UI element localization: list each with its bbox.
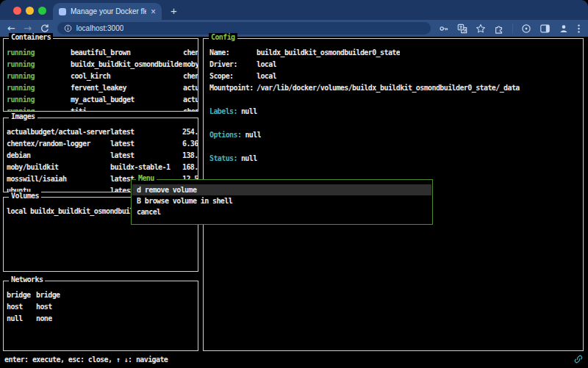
config-field: Mountpoint:/var/lib/docker/volumes/build… — [209, 82, 583, 94]
image-size: 168.13MB — [182, 162, 198, 173]
config-field-value: /var/lib/docker/volumes/buildx_buildkit_… — [257, 82, 520, 94]
container-name: titi — [71, 106, 183, 111]
config-field: Labels:null — [209, 106, 583, 118]
image-row[interactable]: chentex/random-loggerlatest6.36MB — [7, 138, 198, 150]
image-size: 6.36MB — [182, 138, 198, 150]
image-name: moby/buildkit — [7, 162, 110, 173]
container-image: actualbudget/actual-server — [183, 94, 198, 106]
container-image: chentex/random-logger — [183, 47, 198, 59]
url-text[interactable]: localhost:3000 — [76, 24, 124, 32]
image-row[interactable]: actualbudget/actual-serverlatest254.98MB — [7, 126, 198, 138]
menu-item-remove-volume[interactable]: d remove volume — [132, 184, 431, 195]
volume-driver: local — [7, 206, 30, 217]
network-row[interactable]: bridgebridge — [7, 289, 198, 301]
config-field: Name:buildx_buildkit_osmondbuilder0_stat… — [209, 47, 583, 59]
image-name: mosswill/isaiah — [7, 173, 110, 185]
container-state: running — [7, 59, 71, 71]
back-icon[interactable]: ← — [7, 24, 15, 33]
container-row[interactable]: runningcool_kirchchentex/random-logger — [7, 71, 198, 82]
forward-icon[interactable]: → — [24, 24, 32, 33]
new-tab-button[interactable]: + — [171, 4, 177, 18]
volume-actions-menu: Menu d remove volume B browse volume in … — [131, 179, 433, 225]
image-size: 138.84MB — [182, 150, 198, 162]
network-row[interactable]: hosthost — [7, 301, 198, 313]
tab-close-icon[interactable]: × — [151, 7, 156, 16]
container-row[interactable]: runningfervent_leakeyactualbudget/actual… — [7, 82, 198, 94]
containers-panel: Containers runningbeautiful_brownchentex… — [3, 38, 198, 112]
menu-item-cancel[interactable]: cancel — [132, 206, 431, 217]
config-field: Options:null — [209, 129, 583, 141]
image-size: 254.98MB — [182, 126, 198, 138]
docker-tui-page: Containers runningbeautiful_brownchentex… — [0, 37, 588, 368]
reload-icon[interactable] — [40, 24, 49, 33]
extensions-puzzle-icon[interactable] — [494, 24, 504, 34]
network-name: none — [36, 313, 52, 325]
config-field-label: Labels: — [209, 106, 237, 118]
config-field-value: null — [245, 129, 261, 141]
password-key-icon[interactable] — [439, 24, 449, 34]
network-name: host — [36, 301, 52, 313]
config-field-value: null — [241, 106, 257, 118]
network-driver: host — [7, 301, 36, 313]
config-field: Scope:local — [209, 71, 583, 82]
translate-icon[interactable] — [457, 24, 467, 34]
network-name: bridge — [36, 289, 60, 301]
container-name: beautiful_brown — [71, 47, 183, 59]
network-driver: bridge — [7, 289, 36, 301]
container-row[interactable]: runningtitichentex/random-logger — [7, 106, 198, 111]
fullscreen-window-button[interactable] — [38, 7, 46, 15]
browser-toolbar: ← → localhost:3000 — [0, 20, 588, 37]
container-image: chentex/random-logger — [183, 71, 198, 82]
network-row[interactable]: nullnone — [7, 313, 198, 325]
menu-item-browse-volume-in-shell[interactable]: B browse volume in shell — [132, 195, 431, 206]
container-state: running — [7, 71, 71, 82]
container-state: running — [7, 82, 71, 94]
site-info-icon[interactable] — [64, 24, 72, 32]
close-window-button[interactable] — [13, 7, 21, 15]
container-name: cool_kirch — [71, 71, 183, 82]
image-name: actualbudget/actual-server — [7, 126, 110, 138]
container-row[interactable]: runningmy_actual_budgetactualbudget/actu… — [7, 94, 198, 106]
toolbar-divider — [512, 24, 513, 33]
container-image: moby/buildkit — [183, 59, 198, 71]
config-field-label: Driver: — [209, 59, 257, 71]
image-name: ubuntu — [7, 185, 110, 192]
minimize-window-button[interactable] — [26, 7, 34, 15]
config-field: Status:null — [209, 153, 583, 165]
config-field-label: Options: — [209, 129, 241, 141]
image-name: chentex/random-logger — [7, 138, 110, 150]
bookmark-star-icon[interactable] — [476, 24, 486, 34]
config-field-label: Status: — [209, 153, 237, 165]
container-state: running — [7, 106, 71, 111]
tab-favicon — [59, 8, 66, 15]
config-field-value: null — [241, 153, 257, 165]
connection-link-icon — [574, 355, 583, 365]
config-field-label: Mountpoint: — [209, 82, 257, 94]
container-image: actualbudget/actual-server — [183, 82, 198, 94]
image-row[interactable]: debianlatest138.84MB — [7, 150, 198, 162]
side-panel-icon[interactable] — [539, 24, 551, 34]
networks-panel: Networks bridgebridge hosthost nullnone — [3, 281, 198, 351]
browser-menu-kebab-icon[interactable] — [577, 24, 581, 34]
container-name: buildx_buildkit_osmondbuilder0 — [71, 59, 183, 71]
profile-avatar-icon[interactable] — [559, 24, 569, 34]
tab-title: Manage your Docker fleet w — [71, 7, 146, 15]
image-tag: latest — [110, 126, 182, 138]
tab-strip: Manage your Docker fleet w × + — [0, 0, 588, 20]
containers-panel-title: Containers — [9, 33, 53, 41]
config-field-value: local — [257, 71, 276, 82]
config-field-value: local — [257, 59, 276, 71]
container-image: chentex/random-logger — [183, 106, 198, 111]
config-field-value: buildx_buildkit_osmondbuilder0_state — [257, 47, 400, 59]
address-bar[interactable]: localhost:3000 — [57, 22, 431, 35]
container-row[interactable]: runningbeautiful_brownchentex/random-log… — [7, 47, 198, 59]
image-row[interactable]: moby/buildkitbuildx-stable-1168.13MB — [7, 162, 198, 173]
container-name: my_actual_budget — [71, 94, 183, 106]
extension-circle-icon[interactable] — [521, 24, 531, 34]
images-panel-title: Images — [9, 112, 37, 120]
config-field: Driver:local — [209, 59, 583, 71]
container-state: running — [7, 94, 71, 106]
browser-tab[interactable]: Manage your Docker fleet w × — [53, 3, 162, 20]
container-row[interactable]: runningbuildx_buildkit_osmondbuilder0mob… — [7, 59, 198, 71]
browser-window: Manage your Docker fleet w × + ← → local… — [0, 0, 588, 368]
